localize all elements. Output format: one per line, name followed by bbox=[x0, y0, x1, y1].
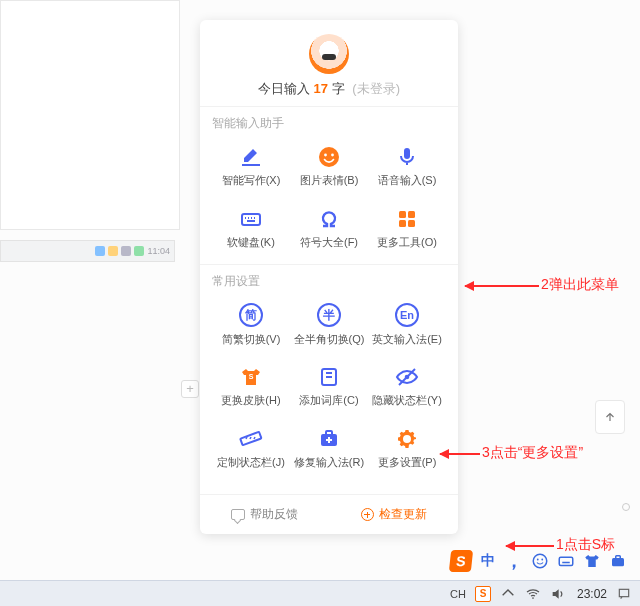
item-label: 更多工具(O) bbox=[377, 235, 437, 250]
feedback-label: 帮助反馈 bbox=[250, 506, 298, 523]
ime-zhong-icon[interactable]: 中 bbox=[478, 551, 498, 571]
section-title-common: 常用设置 bbox=[212, 273, 446, 290]
svg-point-18 bbox=[541, 559, 543, 561]
section-common-settings: 常用设置 简 简繁切换(V) 半 全半角切换(Q) En 英文输入法(E) S … bbox=[200, 264, 458, 484]
ime-toolbox-icon[interactable] bbox=[608, 551, 628, 571]
item-voice[interactable]: 语音输入(S) bbox=[368, 136, 446, 198]
stat-prefix: 今日输入 bbox=[258, 81, 310, 96]
arrow-up-icon bbox=[603, 410, 617, 424]
book-icon bbox=[317, 366, 341, 388]
item-label: 简繁切换(V) bbox=[222, 332, 281, 347]
tshirt-icon: S bbox=[239, 366, 263, 388]
svg-rect-8 bbox=[408, 220, 415, 227]
svg-rect-19 bbox=[559, 557, 573, 565]
check-update-button[interactable]: 检查更新 bbox=[329, 495, 458, 534]
taskbar-wifi-icon[interactable] bbox=[525, 586, 541, 602]
item-more-settings[interactable]: 更多设置(P) bbox=[368, 418, 446, 480]
svg-point-1 bbox=[324, 154, 327, 157]
smile-icon bbox=[317, 146, 341, 168]
item-label: 修复输入法(R) bbox=[294, 455, 364, 470]
section-smart-input: 智能输入助手 智能写作(X) 图片表情(B) 语音输入(S) 软键盘(K) 符号… bbox=[200, 106, 458, 264]
section-title-smart: 智能输入助手 bbox=[212, 115, 446, 132]
medkit-icon bbox=[317, 428, 341, 450]
item-label: 更换皮肤(H) bbox=[221, 393, 280, 408]
item-halfwidth-toggle[interactable]: 半 全半角切换(Q) bbox=[290, 294, 368, 356]
svg-rect-7 bbox=[399, 220, 406, 227]
today-stats: 今日输入 17 字 (未登录) bbox=[200, 80, 458, 98]
plus-circle-icon bbox=[361, 508, 374, 521]
item-label: 更多设置(P) bbox=[378, 455, 437, 470]
item-label: 添加词库(C) bbox=[299, 393, 358, 408]
item-symbols[interactable]: 符号大全(F) bbox=[290, 198, 368, 260]
svg-rect-21 bbox=[616, 556, 621, 559]
english-icon: En bbox=[395, 303, 419, 327]
keyboard-icon bbox=[239, 208, 263, 230]
item-label: 符号大全(F) bbox=[300, 235, 358, 250]
taskbar-notification-icon[interactable] bbox=[616, 586, 632, 602]
page-indicator-dot bbox=[622, 503, 630, 511]
eye-off-icon bbox=[395, 366, 419, 388]
svg-point-2 bbox=[331, 154, 334, 157]
svg-rect-23 bbox=[619, 589, 628, 596]
item-hide-statusbar[interactable]: 隐藏状态栏(Y) bbox=[368, 356, 446, 418]
gear-icon bbox=[395, 428, 419, 450]
item-label: 英文输入法(E) bbox=[372, 332, 442, 347]
ime-punct-icon[interactable]: ， bbox=[504, 551, 524, 571]
item-smart-write[interactable]: 智能写作(X) bbox=[212, 136, 290, 198]
halfwidth-icon: 半 bbox=[317, 303, 341, 327]
grid-icon bbox=[395, 208, 419, 230]
ime-keyboard-icon[interactable] bbox=[556, 551, 576, 571]
svg-text:S: S bbox=[249, 373, 254, 380]
item-label: 软键盘(K) bbox=[227, 235, 275, 250]
taskbar-clock[interactable]: 23:02 bbox=[577, 587, 607, 601]
item-more-tools[interactable]: 更多工具(O) bbox=[368, 198, 446, 260]
avatar-icon[interactable] bbox=[309, 34, 349, 74]
svg-point-22 bbox=[532, 597, 534, 599]
item-emoji[interactable]: 图片表情(B) bbox=[290, 136, 368, 198]
taskbar-sogou-icon[interactable]: S bbox=[475, 586, 491, 602]
stat-count: 17 bbox=[314, 81, 328, 96]
stat-suffix: 字 bbox=[332, 81, 345, 96]
item-soft-keyboard[interactable]: 软键盘(K) bbox=[212, 198, 290, 260]
item-label: 全半角切换(Q) bbox=[294, 332, 365, 347]
ime-skin-icon[interactable] bbox=[582, 551, 602, 571]
mic-icon bbox=[395, 146, 419, 168]
menu-header: 今日输入 17 字 (未登录) bbox=[200, 20, 458, 106]
ime-menu-panel: 今日输入 17 字 (未登录) 智能输入助手 智能写作(X) 图片表情(B) 语… bbox=[200, 20, 458, 534]
annotation-2: 2弹出此菜单 bbox=[465, 276, 619, 294]
item-english-ime[interactable]: En 英文输入法(E) bbox=[368, 294, 446, 356]
background-mini-taskbar: 11:04 bbox=[0, 240, 175, 262]
ime-smile-icon[interactable] bbox=[530, 551, 550, 571]
taskbar-volume-icon[interactable] bbox=[550, 586, 566, 602]
ime-toolbar[interactable]: S 中 ， bbox=[450, 548, 628, 574]
item-simplified-toggle[interactable]: 简 简繁切换(V) bbox=[212, 294, 290, 356]
annotation-2-text: 2弹出此菜单 bbox=[541, 276, 619, 294]
chat-icon bbox=[231, 509, 245, 520]
feedback-button[interactable]: 帮助反馈 bbox=[200, 495, 329, 534]
svg-rect-3 bbox=[404, 148, 410, 159]
ruler-icon bbox=[239, 428, 263, 450]
taskbar-tray-icon[interactable] bbox=[500, 586, 516, 602]
sogou-logo-icon[interactable]: S bbox=[449, 550, 473, 572]
windows-taskbar: CH S 23:02 bbox=[0, 580, 640, 606]
svg-rect-4 bbox=[242, 214, 260, 225]
item-change-skin[interactable]: S 更换皮肤(H) bbox=[212, 356, 290, 418]
item-label: 图片表情(B) bbox=[300, 173, 359, 188]
svg-point-17 bbox=[537, 559, 539, 561]
svg-rect-6 bbox=[408, 211, 415, 218]
item-repair-ime[interactable]: 修复输入法(R) bbox=[290, 418, 368, 480]
svg-rect-15 bbox=[326, 431, 332, 435]
svg-point-16 bbox=[533, 554, 547, 568]
login-status[interactable]: (未登录) bbox=[352, 81, 400, 96]
taskbar-lang[interactable]: CH bbox=[450, 588, 466, 600]
item-custom-statusbar[interactable]: 定制状态栏(J) bbox=[212, 418, 290, 480]
scroll-top-button[interactable] bbox=[595, 400, 625, 434]
simplified-icon: 简 bbox=[239, 303, 263, 327]
item-label: 定制状态栏(J) bbox=[217, 455, 285, 470]
update-label: 检查更新 bbox=[379, 506, 427, 523]
omega-icon bbox=[317, 208, 341, 230]
add-button[interactable]: + bbox=[181, 380, 199, 398]
menu-footer: 帮助反馈 检查更新 bbox=[200, 494, 458, 534]
item-label: 语音输入(S) bbox=[378, 173, 437, 188]
item-add-dictionary[interactable]: 添加词库(C) bbox=[290, 356, 368, 418]
